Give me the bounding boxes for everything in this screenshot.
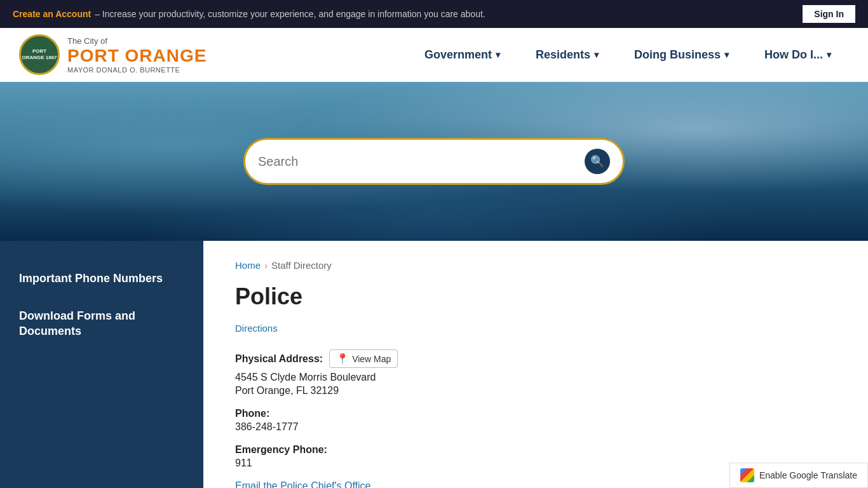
sidebar-item-forms-documents[interactable]: Download Forms and Documents (0, 297, 203, 350)
breadcrumb-separator: › (264, 260, 268, 271)
emergency-phone-label: Emergency Phone: (235, 444, 836, 456)
nav-residents[interactable]: Residents ▾ (518, 41, 616, 69)
top-banner: Create an Account – Increase your produc… (0, 0, 868, 28)
physical-address-label: Physical Address: (235, 353, 323, 365)
phone-label: Phone: (235, 408, 836, 419)
mayor-label: MAYOR DONALD O. BURNETTE (67, 66, 207, 74)
nav-doing-business[interactable]: Doing Business ▾ (616, 41, 747, 69)
city-seal: PORT ORANGE 1867 (19, 34, 60, 75)
address-label-row: Physical Address: 📍 View Map (235, 349, 836, 368)
create-account-link[interactable]: Create an Account (13, 9, 91, 19)
search-input[interactable] (258, 154, 578, 169)
nav-government[interactable]: Government ▾ (407, 41, 518, 69)
phone-value: 386-248-1777 (235, 421, 836, 433)
email-police-chief-link[interactable]: Email the Police Chief's Office (235, 480, 371, 488)
view-map-button[interactable]: 📍 View Map (329, 349, 398, 368)
sidebar-item-phone-numbers[interactable]: Important Phone Numbers (0, 260, 203, 297)
address-section: Physical Address: 📍 View Map 4545 S Clyd… (235, 349, 836, 396)
search-box: 🔍 (243, 138, 625, 185)
page-title: Police (235, 283, 836, 310)
city-of-label: The City of (67, 36, 207, 46)
logo-area: PORT ORANGE 1867 The City of PORT ORANGE… (19, 34, 207, 75)
search-container: 🔍 (243, 138, 625, 185)
chevron-down-icon: ▾ (594, 50, 599, 60)
sign-in-button[interactable]: Sign In (803, 5, 855, 23)
google-icon (740, 468, 754, 482)
google-translate-label: Enable Google Translate (759, 470, 857, 480)
chevron-down-icon: ▾ (724, 50, 729, 60)
city-name: PORT ORANGE (67, 46, 207, 66)
map-pin-icon: 📍 (336, 353, 349, 365)
main-nav: Government ▾ Residents ▾ Doing Business … (407, 41, 849, 69)
address-line2: Port Orange, FL 32129 (235, 385, 836, 396)
breadcrumb: Home › Staff Directory (235, 260, 836, 271)
breadcrumb-home-link[interactable]: Home (235, 260, 261, 271)
address-line1: 4545 S Clyde Morris Boulevard (235, 372, 836, 383)
search-button[interactable]: 🔍 (585, 149, 610, 174)
chevron-down-icon: ▾ (827, 50, 831, 60)
main-content: Home › Staff Directory Police Directions… (203, 241, 868, 488)
content-wrapper: Important Phone Numbers Download Forms a… (0, 241, 868, 488)
logo-text: The City of PORT ORANGE MAYOR DONALD O. … (67, 36, 207, 74)
banner-text: – Increase your productivity, customize … (95, 9, 485, 19)
hero-section: 🔍 (0, 82, 868, 241)
search-icon: 🔍 (585, 149, 610, 174)
chevron-down-icon: ▾ (496, 50, 500, 60)
sidebar: Important Phone Numbers Download Forms a… (0, 241, 203, 488)
breadcrumb-current: Staff Directory (271, 260, 332, 271)
google-translate-bar[interactable]: Enable Google Translate (729, 463, 868, 488)
header: PORT ORANGE 1867 The City of PORT ORANGE… (0, 28, 868, 82)
nav-how-do-i[interactable]: How Do I... ▾ (747, 41, 849, 69)
directions-link[interactable]: Directions (235, 323, 278, 334)
banner-left: Create an Account – Increase your produc… (13, 9, 485, 19)
phone-section: Phone: 386-248-1777 (235, 408, 836, 433)
